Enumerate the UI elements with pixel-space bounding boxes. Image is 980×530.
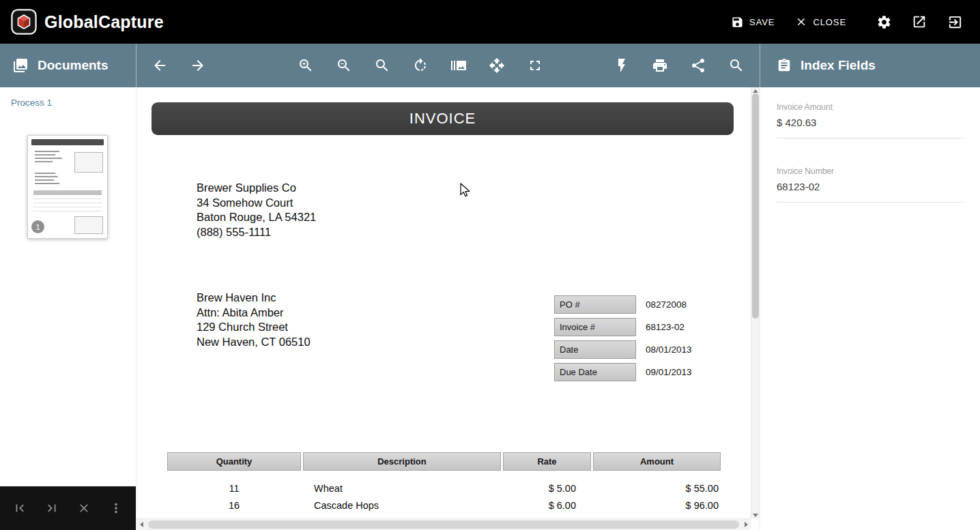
logout-icon	[947, 14, 963, 30]
process-button[interactable]	[608, 52, 635, 79]
invoice-meta-row: Date 08/01/2013	[554, 340, 692, 359]
thumbnail-detail	[35, 176, 58, 177]
zoom-fit-button[interactable]	[369, 52, 396, 79]
item-description: Wheat	[303, 480, 501, 497]
thumbnail-detail	[35, 183, 59, 184]
gallery-button[interactable]	[445, 52, 472, 79]
thumbnail-detail	[35, 173, 55, 174]
bill-to-address: Brew Haven Inc Attn: Abita Amber 129 Chu…	[197, 291, 311, 349]
process-label: Process 1	[0, 87, 136, 108]
zoom-in-button[interactable]	[292, 52, 319, 79]
search-icon	[374, 57, 390, 74]
clipboard-icon	[777, 58, 792, 73]
invoice-meta-table: PO # 08272008 Invoice # 68123-02 Date 08…	[554, 295, 692, 385]
documents-icon	[12, 57, 29, 74]
vendor-line: 34 Somehow Court	[197, 196, 316, 211]
item-rate: $ 5.00	[503, 480, 591, 497]
column-header: Quantity	[167, 452, 301, 471]
thumbnail-detail	[35, 151, 59, 152]
index-field-label: Invoice Number	[777, 166, 964, 176]
close-button[interactable]: CLOSE	[787, 10, 854, 33]
page-thumbnail[interactable]: 1	[27, 135, 108, 239]
top-app-bar: GlobalCapture SAVE CLOSE	[0, 0, 980, 44]
scroll-right-arrow[interactable]	[743, 519, 749, 530]
vendor-line: Brewer Supplies Co	[197, 181, 316, 196]
index-field: Invoice Amount $ 420.63	[777, 102, 964, 138]
share-button[interactable]	[684, 52, 712, 79]
search-document-button[interactable]	[723, 52, 750, 79]
index-field-value-input[interactable]: $ 420.63	[777, 117, 964, 138]
horizontal-scrollbar-thumb[interactable]	[148, 520, 739, 529]
invoice-meta-value: 08272008	[646, 299, 687, 310]
thumbnail-detail	[74, 216, 103, 234]
vendor-address: Brewer Supplies Co 34 Somehow Court Bato…	[197, 181, 316, 239]
item-quantity: 16	[167, 497, 301, 514]
nav-group	[146, 52, 212, 79]
app-title: GlobalCapture	[44, 12, 164, 32]
documents-header: Documents	[0, 44, 136, 87]
close-icon	[77, 501, 91, 515]
documents-label: Documents	[38, 58, 108, 73]
line-items-table: Quantity Description Rate Amount 11 Whea…	[167, 452, 721, 514]
top-actions: SAVE CLOSE	[723, 8, 970, 36]
line-items-header: Quantity Description Rate Amount	[167, 452, 721, 471]
gear-icon	[876, 14, 892, 30]
rotate-button[interactable]	[407, 52, 434, 79]
thumbnail-detail	[35, 158, 62, 159]
fullscreen-button[interactable]	[521, 52, 549, 79]
index-fields-panel: Invoice Amount $ 420.63 Invoice Number 6…	[760, 87, 980, 530]
save-button[interactable]: SAVE	[723, 10, 783, 34]
logout-button[interactable]	[939, 8, 970, 36]
index-fields-header: Index Fields	[760, 44, 980, 87]
thumbnail-detail	[74, 152, 103, 173]
last-page-icon	[44, 501, 59, 516]
index-field: Invoice Number 68123-02	[777, 166, 964, 203]
line-item-row: 16 Cascade Hops $ 6.00 $ 96.00	[167, 497, 721, 514]
vendor-line: Baton Rouge, LA 54321	[197, 210, 316, 225]
pages-sidebar: Process 1 1	[0, 87, 136, 530]
last-page-button[interactable]	[38, 495, 66, 522]
vendor-line: (888) 555-1111	[197, 225, 316, 240]
column-header: Rate	[503, 452, 591, 471]
zoom-in-icon	[298, 57, 314, 74]
zoom-out-button[interactable]	[330, 52, 358, 79]
forward-button[interactable]	[184, 52, 212, 79]
scroll-down-arrow[interactable]	[751, 512, 760, 518]
globalcapture-logo-icon	[11, 9, 37, 35]
close-button-label: CLOSE	[813, 17, 846, 27]
invoice-meta-label: PO #	[554, 295, 636, 314]
item-description: Cascade Hops	[303, 497, 501, 514]
pan-button[interactable]	[483, 52, 510, 79]
bill-to-line: Attn: Abita Amber	[197, 306, 311, 321]
first-page-icon	[12, 501, 27, 516]
gallery-icon	[450, 57, 467, 74]
share-icon	[690, 57, 706, 74]
invoice-meta-label: Due Date	[554, 363, 636, 381]
item-amount: $ 96.00	[593, 497, 721, 514]
back-button[interactable]	[146, 52, 173, 79]
save-button-label: SAVE	[749, 17, 775, 27]
settings-button[interactable]	[868, 8, 899, 36]
kebab-menu-icon	[109, 501, 124, 516]
more-options-button[interactable]	[102, 495, 130, 522]
item-amount: $ 55.00	[593, 480, 721, 497]
print-button[interactable]	[646, 52, 674, 79]
invoice-title: INVOICE	[152, 102, 734, 135]
search-icon	[728, 57, 745, 74]
rotate-icon	[412, 57, 429, 74]
delete-page-button[interactable]	[70, 495, 98, 522]
invoice-meta-row: Due Date 09/01/2013	[554, 363, 692, 381]
index-field-label: Invoice Amount	[777, 102, 964, 112]
horizontal-scrollbar[interactable]	[136, 518, 751, 530]
index-fields-label: Index Fields	[801, 58, 876, 73]
invoice-meta-label: Date	[554, 340, 636, 359]
index-field-value-input[interactable]: 68123-02	[777, 181, 964, 203]
vertical-scrollbar-thumb[interactable]	[752, 93, 759, 319]
document-viewer: INVOICE Brewer Supplies Co 34 Somehow Co…	[136, 87, 760, 530]
open-in-new-button[interactable]	[904, 8, 935, 36]
scroll-left-arrow[interactable]	[138, 519, 145, 530]
page-number-badge: 1	[31, 220, 44, 233]
vertical-scrollbar[interactable]	[751, 87, 760, 518]
first-page-button[interactable]	[6, 495, 33, 522]
open-in-new-icon	[912, 14, 927, 29]
